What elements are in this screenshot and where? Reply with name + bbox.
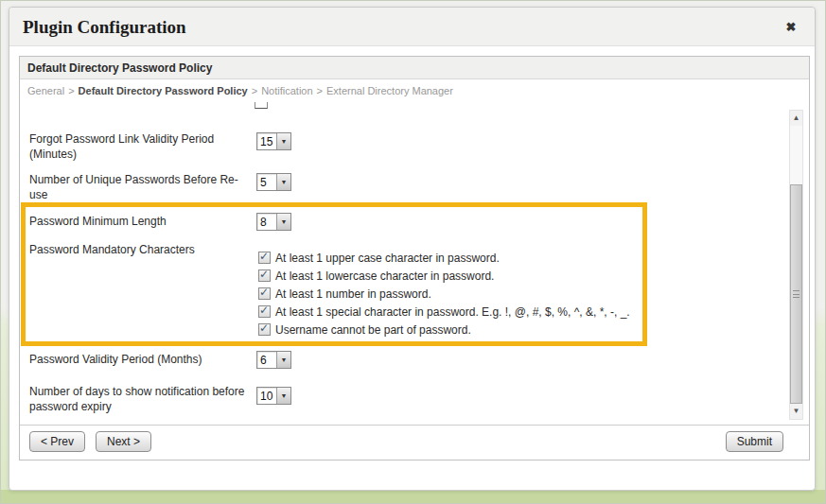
forgot-link-validity-select[interactable]: 15 ▼ — [256, 132, 291, 150]
special-char-checkbox[interactable]: ✓ — [258, 305, 271, 318]
form-scroll-area: Forgot Password Link Validity Period (Mi… — [20, 102, 809, 426]
chevron-down-icon: ▼ — [276, 133, 290, 149]
checkbox-row-lowercase: ✓ At least 1 lowercase character in pass… — [258, 267, 494, 285]
vertical-scrollbar[interactable]: ▲ ▼ — [789, 110, 803, 420]
scroll-down-arrow[interactable]: ▼ — [790, 404, 802, 419]
validity-period-label: Password Validity Period (Months) — [29, 352, 255, 367]
checkbox-label: At least 1 upper case character in passw… — [275, 252, 500, 265]
scrollbar-grip — [793, 290, 800, 298]
check-icon: ✓ — [259, 250, 269, 263]
select-value: 10 — [257, 390, 276, 403]
scroll-up-arrow[interactable]: ▲ — [790, 111, 802, 126]
unique-passwords-label: Number of Unique Passwords Before Re-use — [29, 172, 255, 202]
min-length-label: Password Minimum Length — [29, 214, 255, 229]
validity-period-select[interactable]: 6 ▼ — [256, 351, 291, 369]
select-value: 5 — [257, 176, 276, 189]
breadcrumb-separator: > — [68, 85, 74, 96]
check-icon: ✓ — [259, 286, 269, 299]
plugin-configuration-dialog: Plugin Configuration ✖ Default Directory… — [9, 7, 816, 491]
forgot-link-validity-label: Forgot Password Link Validity Period (Mi… — [29, 131, 255, 162]
breadcrumb: General>Default Directory Password Polic… — [27, 85, 453, 96]
number-checkbox[interactable]: ✓ — [258, 287, 271, 300]
cut-off-dropdown[interactable] — [255, 102, 268, 109]
checkbox-label: At least 1 lowercase character in passwo… — [275, 269, 494, 283]
select-value: 15 — [257, 135, 276, 148]
dialog-titlebar: Plugin Configuration ✖ — [9, 8, 815, 46]
chevron-down-icon: ▼ — [276, 174, 290, 190]
triangle-down-icon: ▼ — [793, 408, 800, 415]
panel-title: Default Directory Password Policy — [27, 61, 212, 75]
min-length-select[interactable]: 8 ▼ — [256, 213, 291, 231]
check-icon: ✓ — [259, 322, 269, 335]
notification-days-label: Number of days to show notification befo… — [29, 384, 255, 414]
check-icon: ✓ — [259, 304, 269, 317]
select-value: 6 — [257, 354, 276, 367]
notification-days-select[interactable]: 10 ▼ — [256, 387, 291, 405]
close-icon[interactable]: ✖ — [782, 19, 800, 36]
submit-button[interactable]: Submit — [726, 431, 783, 452]
page-background: Plugin Configuration ✖ Default Directory… — [0, 0, 826, 504]
select-value: 8 — [257, 216, 276, 229]
next-button[interactable]: Next > — [96, 431, 151, 452]
prev-button[interactable]: < Prev — [29, 431, 85, 452]
password-policy-panel: Default Directory Password Policy Genera… — [19, 56, 810, 461]
uppercase-checkbox[interactable]: ✓ — [258, 252, 271, 264]
page-footer-band — [1, 490, 825, 503]
unique-passwords-select[interactable]: 5 ▼ — [256, 173, 291, 191]
lowercase-checkbox[interactable]: ✓ — [258, 269, 271, 282]
scrollbar-thumb[interactable] — [790, 184, 802, 404]
breadcrumb-item-general[interactable]: General — [27, 85, 64, 96]
breadcrumb-separator: > — [252, 85, 257, 96]
checkbox-label: At least 1 special character in password… — [275, 305, 630, 319]
chevron-down-icon: ▼ — [276, 352, 290, 368]
username-checkbox[interactable]: ✓ — [258, 323, 271, 336]
checkbox-row-special-char: ✓ At least 1 special character in passwo… — [258, 303, 630, 321]
checkbox-label: At least 1 number in password. — [275, 287, 431, 301]
checkbox-row-username: ✓ Username cannot be part of password. — [258, 321, 471, 339]
check-icon: ✓ — [259, 268, 269, 281]
checkbox-row-number: ✓ At least 1 number in password. — [258, 285, 431, 303]
mandatory-chars-label: Password Mandatory Characters — [29, 242, 255, 257]
breadcrumb-item-notification[interactable]: Notification — [261, 85, 312, 96]
chevron-down-icon: ▼ — [276, 388, 290, 404]
panel-header: Default Directory Password Policy — [20, 57, 809, 79]
breadcrumb-item-external-directory-manager[interactable]: External Directory Manager — [326, 85, 453, 96]
breadcrumb-item-password-policy[interactable]: Default Directory Password Policy — [79, 85, 248, 96]
chevron-down-icon: ▼ — [276, 214, 290, 230]
breadcrumb-separator: > — [317, 85, 323, 96]
checkbox-label: Username cannot be part of password. — [275, 323, 471, 337]
triangle-up-icon: ▲ — [793, 114, 800, 122]
checkbox-row-uppercase: ✓ At least 1 upper case character in pas… — [258, 249, 500, 267]
dialog-title: Plugin Configuration — [23, 17, 186, 38]
